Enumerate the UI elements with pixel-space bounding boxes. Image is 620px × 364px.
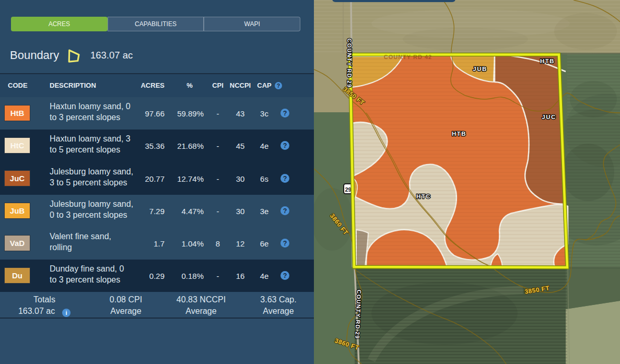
svg-text:COUNTY RD 29: COUNTY RD 29	[346, 39, 353, 88]
svg-text:JUB: JUB	[473, 66, 487, 72]
svg-text:HTC: HTC	[416, 193, 431, 199]
svg-text:COUNTY RD 42: COUNTY RD 42	[384, 54, 432, 60]
svg-text:29: 29	[345, 186, 351, 193]
svg-text:HTB: HTB	[452, 131, 466, 137]
svg-text:JUC: JUC	[542, 114, 556, 120]
svg-text:HTB: HTB	[540, 58, 555, 64]
